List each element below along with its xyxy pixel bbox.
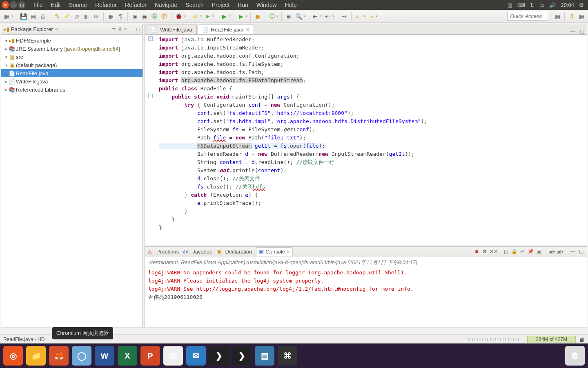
scroll-lock-button[interactable]: 🔒 bbox=[511, 249, 517, 255]
new-class-button[interactable]: Ⓒ bbox=[268, 12, 276, 20]
clear-console-button[interactable]: ▤ bbox=[503, 249, 509, 255]
coverage-button[interactable]: ▶ bbox=[237, 12, 245, 20]
search-button[interactable]: 🔍 bbox=[294, 12, 303, 20]
menu-search[interactable]: Search bbox=[181, 2, 207, 8]
volume-icon[interactable]: 🔊 bbox=[549, 2, 556, 8]
quick-access-input[interactable] bbox=[507, 12, 547, 21]
word-wrap-button[interactable]: ↩ bbox=[519, 249, 526, 255]
last-edit-button[interactable]: ⇢ bbox=[340, 12, 348, 20]
display-selected-button[interactable]: ▣ bbox=[535, 249, 542, 255]
close-view-button[interactable]: ✕ bbox=[55, 27, 58, 32]
refresh-button[interactable]: ⟳ bbox=[92, 12, 100, 20]
tree-src[interactable]: ▾▦src bbox=[1, 53, 143, 61]
dock-excel-button[interactable]: X bbox=[118, 346, 137, 366]
heap-status[interactable]: 384M of 427M bbox=[527, 336, 576, 343]
run-gc-button[interactable]: 🗑 bbox=[579, 336, 585, 343]
run-button[interactable]: ▶ bbox=[220, 12, 228, 20]
fold-class-icon[interactable]: − bbox=[148, 94, 153, 98]
dock-files-button[interactable]: 📁 bbox=[26, 346, 46, 366]
tree-writefile[interactable]: ▸📄WriteFile.java bbox=[1, 77, 143, 85]
package-tree[interactable]: ▾▸▮HDFSExample ▸📚JRE System Library [jav… bbox=[1, 35, 143, 328]
print-button[interactable]: ⎙ bbox=[39, 12, 47, 20]
tree-default-package[interactable]: ▾▣(default package) bbox=[1, 61, 143, 69]
fold-imports-icon[interactable]: − bbox=[148, 36, 153, 41]
save-all-button[interactable]: ▤ bbox=[29, 12, 37, 20]
prev-button[interactable]: ⇠ bbox=[323, 12, 332, 20]
first-button[interactable]: ⇤ bbox=[311, 12, 319, 20]
tab-problems[interactable]: Problems bbox=[154, 248, 181, 256]
tab-javadoc[interactable]: Javadoc bbox=[190, 248, 214, 256]
tree-project[interactable]: ▾▸▮HDFSExample bbox=[1, 36, 143, 45]
maximize-view-button[interactable]: ▢ bbox=[136, 27, 140, 32]
menu-navigate[interactable]: Navigate bbox=[151, 2, 181, 8]
open-task-button[interactable]: ≣ bbox=[285, 12, 293, 20]
save-button[interactable]: 💾 bbox=[19, 12, 27, 20]
menu-run[interactable]: Run bbox=[234, 2, 252, 8]
tree-referenced-libraries[interactable]: ▸📚Referenced Libraries bbox=[1, 85, 143, 94]
clock[interactable]: 20:04 bbox=[561, 2, 574, 8]
dock-trash-button[interactable]: 🗑 bbox=[565, 346, 585, 366]
tab-console[interactable]: ▣Console ✕ bbox=[256, 247, 292, 256]
link-editor-button[interactable]: ⇵ bbox=[118, 27, 122, 32]
menu-source[interactable]: Source bbox=[65, 2, 91, 8]
calendar-icon[interactable]: ▦ bbox=[508, 2, 512, 8]
window-close-button[interactable]: ✕ bbox=[2, 1, 9, 9]
package-button[interactable]: ▥ bbox=[82, 12, 91, 20]
annotation-next-button[interactable]: ◉ bbox=[140, 12, 149, 20]
close-console-button[interactable]: ✕ bbox=[287, 250, 290, 254]
dock-app-dark2-button[interactable]: ❯ bbox=[232, 346, 252, 366]
dock-software-button[interactable]: 🛍 bbox=[163, 346, 183, 366]
dock-terminal-button[interactable]: ⌘ bbox=[278, 346, 297, 366]
window-maximize-button[interactable]: ▢ bbox=[18, 1, 25, 9]
package-button-2[interactable]: Ⓟ bbox=[160, 12, 168, 20]
new-console-button[interactable]: ▣▾ bbox=[557, 249, 563, 255]
remove-launch-button[interactable]: ✖ bbox=[481, 249, 488, 255]
remove-all-button[interactable]: ✕✕ bbox=[490, 249, 496, 255]
back-button[interactable]: ⇐ bbox=[354, 12, 363, 20]
build-button[interactable]: ▧ bbox=[73, 12, 81, 20]
debug-button[interactable]: 🐞 bbox=[174, 12, 183, 20]
code-editor[interactable]: − − import java.io.BufferedReader; impor… bbox=[145, 34, 587, 245]
class-button[interactable]: Ⓖ bbox=[150, 12, 158, 20]
dock-app-monitor-button[interactable]: ▤ bbox=[255, 346, 274, 366]
toggle-block-button[interactable]: ▦ bbox=[107, 12, 115, 20]
java-perspective-button[interactable]: J bbox=[568, 12, 576, 20]
dock-word-button[interactable]: W bbox=[95, 346, 114, 366]
dock-firefox-button[interactable]: 🦊 bbox=[49, 346, 69, 366]
plugin-perspective-button[interactable]: ▦ bbox=[577, 12, 586, 20]
minimize-console-button[interactable]: ― bbox=[570, 249, 576, 255]
menu-edit[interactable]: Edit bbox=[47, 2, 65, 8]
pin-console-button[interactable]: 📌 bbox=[527, 249, 534, 255]
skip-breakpoints-button[interactable]: ⊘ bbox=[191, 12, 199, 20]
maximize-console-button[interactable]: ▢ bbox=[578, 249, 584, 255]
settings-gear-icon[interactable]: ⚙ bbox=[579, 2, 584, 8]
show-whitespace-button[interactable]: ¶ bbox=[116, 12, 125, 20]
open-perspective-button[interactable]: ▦ bbox=[553, 12, 561, 20]
tab-writefile[interactable]: 📄WriteFile.java bbox=[147, 25, 197, 34]
ext-tools-button[interactable]: ▦ bbox=[254, 12, 262, 20]
view-menu-button[interactable]: ▿ bbox=[124, 27, 127, 32]
new-button[interactable]: ▦ bbox=[2, 12, 11, 20]
console-output[interactable]: log4j:WARN No appenders could be found f… bbox=[145, 268, 587, 328]
open-type-button[interactable]: ✎ bbox=[53, 12, 61, 20]
code-content[interactable]: import java.io.BufferedReader; import ja… bbox=[159, 35, 587, 245]
tree-jre[interactable]: ▸📚JRE System Library [java-8-openjdk-amd… bbox=[1, 45, 143, 53]
dock-app-dark1-button[interactable]: ❯ bbox=[209, 346, 229, 366]
menu-refactor[interactable]: Refactor bbox=[91, 2, 121, 8]
dock-chromium-button[interactable]: ◯ bbox=[72, 346, 91, 366]
menu-help[interactable]: Help bbox=[281, 2, 301, 8]
open-console-button[interactable]: ▣▾ bbox=[548, 249, 555, 255]
menu-window[interactable]: Window bbox=[252, 2, 281, 8]
dock-dash-button[interactable]: ◎ bbox=[3, 346, 23, 366]
forward-button[interactable]: ⇒ bbox=[367, 12, 375, 20]
editor-minimize-button[interactable]: ― bbox=[570, 29, 575, 34]
network-icon[interactable]: ⇅ bbox=[530, 2, 535, 8]
collapse-all-button[interactable]: ⇆ bbox=[112, 27, 116, 32]
annotation-prev-button[interactable]: ◉ bbox=[131, 12, 139, 20]
tree-readfile[interactable]: ▸📄ReadFile.java bbox=[1, 69, 143, 77]
editor-maximize-button[interactable]: ▢ bbox=[580, 29, 584, 34]
dock-powerpoint-button[interactable]: P bbox=[140, 346, 160, 366]
keyboard-icon[interactable]: ⌨ bbox=[517, 2, 525, 8]
menu-refactor-2[interactable]: Refactor bbox=[121, 2, 151, 8]
close-tab-button[interactable]: ✕ bbox=[246, 27, 249, 32]
